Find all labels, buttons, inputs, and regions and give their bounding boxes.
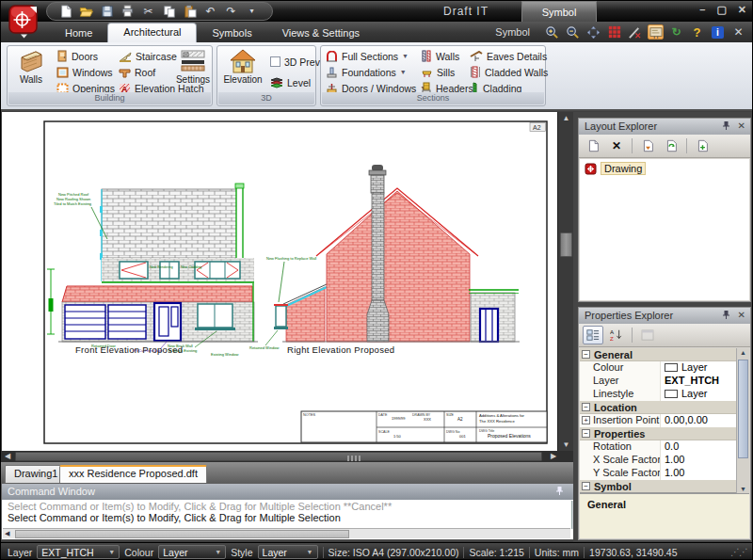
maximize-button[interactable]: ▢: [716, 4, 726, 16]
scroll-down-arrow-icon[interactable]: ▼: [737, 486, 749, 492]
scroll-left-arrow-icon[interactable]: ◀: [1, 451, 14, 462]
vertical-scroll-thumb[interactable]: [560, 232, 572, 257]
canvas-horizontal-scrollbar[interactable]: ◀ ▶: [1, 451, 573, 462]
property-row-layer[interactable]: LayerEXT_HTCH: [580, 375, 736, 388]
sills-button[interactable]: Sills: [421, 64, 455, 80]
cut-icon[interactable]: ✂: [141, 5, 155, 19]
walls-button[interactable]: Walls: [10, 49, 52, 85]
settings-button[interactable]: Settings: [175, 49, 211, 85]
new-file-icon[interactable]: [58, 5, 72, 19]
symbol-title-tab[interactable]: Symbol: [521, 1, 597, 22]
close-button[interactable]: ✕: [738, 4, 746, 16]
scroll-right-arrow-icon[interactable]: ▶: [547, 451, 560, 462]
delete-layout-icon[interactable]: ✕: [606, 136, 627, 155]
level-button[interactable]: Level: [270, 74, 311, 90]
scroll-left-arrow-icon[interactable]: ◀: [5, 530, 9, 537]
elevation-button[interactable]: Elevation: [220, 49, 265, 85]
expand-icon[interactable]: +: [582, 416, 590, 424]
scroll-down-arrow-icon[interactable]: ▼: [558, 439, 574, 451]
doc-tab-residence[interactable]: xxx Residence Proposed.dft: [59, 465, 207, 483]
layout-item-drawing[interactable]: Drawing: [580, 159, 749, 178]
cladded-walls-button[interactable]: Cladded Walls: [470, 64, 548, 80]
minimize-button[interactable]: –: [699, 4, 705, 16]
staircase-button[interactable]: Staircase: [119, 48, 177, 64]
save-icon[interactable]: [100, 5, 114, 19]
property-row-insertion-point[interactable]: +Insertion Point0.00,0.00: [580, 414, 736, 427]
scroll-up-arrow-icon[interactable]: ▲: [737, 349, 749, 356]
print-icon[interactable]: [120, 5, 135, 19]
category-symbol[interactable]: −Symbol: [580, 480, 736, 493]
new-layout-icon[interactable]: [583, 136, 603, 155]
collapse-icon[interactable]: −: [582, 429, 590, 438]
property-pages-icon[interactable]: [637, 326, 658, 344]
sections-walls-button[interactable]: Walls: [421, 48, 459, 64]
close-icon[interactable]: ✕: [738, 310, 745, 322]
zoom-out-icon[interactable]: [565, 24, 581, 40]
category-general[interactable]: −General: [580, 348, 736, 361]
horizontal-scroll-thumb[interactable]: [15, 530, 349, 538]
vertical-scroll-thumb[interactable]: [738, 360, 748, 458]
property-row-linestyle[interactable]: LinestyleLayer: [580, 388, 736, 401]
pan-icon[interactable]: [585, 24, 601, 40]
command-horizontal-scrollbar[interactable]: ◀: [3, 528, 570, 538]
category-location[interactable]: −Location: [580, 401, 736, 414]
tab-architectural[interactable]: Architectural: [107, 23, 197, 42]
context-close-icon[interactable]: ✕: [730, 24, 746, 40]
doc-tab-drawing1[interactable]: Drawing1: [5, 465, 67, 483]
qat-dropdown-icon[interactable]: ▾: [245, 5, 259, 19]
property-row-x-scale[interactable]: X Scale Factor1.00: [580, 454, 736, 467]
pin-icon[interactable]: [722, 310, 730, 322]
grid-icon[interactable]: [606, 24, 622, 40]
refresh-icon[interactable]: ↻: [668, 24, 684, 40]
snap-icon[interactable]: [627, 24, 643, 40]
colour-combobox[interactable]: Layer▼: [158, 545, 226, 559]
full-sections-button[interactable]: Full Sections▼: [326, 48, 409, 64]
category-properties[interactable]: −Properties: [580, 427, 736, 440]
canvas-vertical-scrollbar[interactable]: ▲ ▼: [557, 112, 573, 451]
foundations-button[interactable]: Foundations▼: [326, 64, 407, 80]
undo-icon[interactable]: ↶: [203, 5, 217, 19]
import-layout-icon[interactable]: [637, 136, 658, 155]
properties-scrollbar[interactable]: ▲▼: [736, 348, 749, 493]
scroll-up-arrow-icon[interactable]: ▲: [558, 112, 574, 124]
info-icon[interactable]: i: [710, 24, 726, 40]
doors-button[interactable]: Doors: [56, 48, 98, 64]
open-file-icon[interactable]: [79, 5, 93, 19]
paste-icon[interactable]: [183, 5, 197, 19]
alphabetical-sort-icon[interactable]: AZ: [606, 326, 627, 344]
refresh-layout-icon[interactable]: [661, 136, 681, 155]
resize-grip[interactable]: ⋰⋰: [730, 547, 747, 557]
checkbox-icon[interactable]: [270, 56, 280, 67]
close-icon[interactable]: ✕: [738, 120, 745, 133]
tab-symbols[interactable]: Symbols: [197, 24, 266, 42]
style-combobox[interactable]: Layer▼: [258, 545, 318, 559]
drawing-canvas[interactable]: A2 New Rendering New Clad: [2, 112, 557, 451]
property-row-rotation[interactable]: Rotation0.0: [580, 440, 736, 454]
property-row-colour[interactable]: ColourLayer: [580, 361, 736, 375]
command-history[interactable]: Select Command or Item(s) to Modify, Cli…: [2, 500, 586, 528]
pin-icon[interactable]: [555, 485, 564, 501]
zoom-in-icon[interactable]: [544, 24, 560, 40]
sheet-size-status: Size: ISO A4 (297.00x210.00): [328, 547, 459, 558]
drawing-board-icon[interactable]: [648, 24, 664, 40]
property-row-y-scale[interactable]: Y Scale Factor1.00: [580, 467, 736, 480]
collapse-icon[interactable]: −: [582, 403, 590, 411]
add-layout-icon[interactable]: [692, 136, 713, 155]
eaves-details-button[interactable]: Eaves Details: [470, 48, 547, 64]
windows-button[interactable]: Windows: [56, 64, 113, 80]
tab-home[interactable]: Home: [50, 24, 107, 42]
roof-button[interactable]: Roof: [119, 64, 155, 80]
redo-icon[interactable]: ↷: [224, 5, 238, 19]
layer-combobox[interactable]: EXT_HTCH▼: [37, 545, 120, 559]
app-logo-icon[interactable]: [8, 4, 40, 39]
horizontal-scroll-thumb[interactable]: [15, 452, 542, 461]
collapse-icon[interactable]: −: [582, 482, 590, 490]
help-icon[interactable]: ?: [689, 24, 705, 40]
pin-icon[interactable]: [722, 120, 730, 133]
dropdown-arrow-icon[interactable]: ▼: [402, 53, 409, 59]
copy-icon[interactable]: [162, 5, 176, 19]
categorized-view-icon[interactable]: [583, 326, 603, 344]
collapse-icon[interactable]: −: [582, 350, 590, 359]
tab-views-settings[interactable]: Views & Settings: [267, 24, 375, 42]
dropdown-arrow-icon[interactable]: ▼: [400, 69, 407, 75]
